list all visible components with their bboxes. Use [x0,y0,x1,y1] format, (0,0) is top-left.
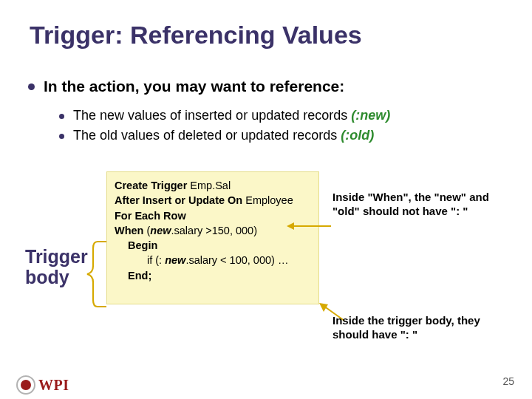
page-number: 25 [502,375,514,387]
bullet-text: In the action, you may want to reference… [44,78,344,95]
code-keyword: When [115,225,143,236]
emphasis-old: (:old) [341,128,374,143]
code-keyword: Begin [128,239,157,251]
code-em-new: new [165,254,185,266]
code-line: Create Trigger Emp.Sal [115,178,311,193]
code-line: For Each Row [115,208,311,223]
bullet-text: The new values of inserted or updated re… [73,108,390,123]
code-line: After Insert or Update On Employee [115,193,311,208]
side-label-trigger-body: Trigger body [25,247,88,287]
code-box: Create Trigger Emp.Sal After Insert or U… [106,171,319,304]
bullet-text: The old values of deleted or updated rec… [73,128,374,143]
code-keyword: Create Trigger [115,180,187,191]
side-label-line1: Trigger [25,247,88,267]
slide: Trigger: Referencing Values In the actio… [0,0,532,399]
bullet-level1: In the action, you may want to reference… [28,78,344,95]
bullet-dot-icon [59,134,64,139]
bullet-level2: The old values of deleted or updated rec… [59,128,390,143]
code-line: Begin [115,238,311,253]
note-trigger-body: Inside the trigger body, they should hav… [332,314,510,342]
code-text: if (: [147,254,165,266]
bullet-level2: The new values of inserted or updated re… [59,108,390,123]
code-keyword: After Insert or Update On [115,194,242,206]
logo-text: WPI [38,377,69,394]
logo-seal-icon [16,375,35,395]
side-label-line2: body [25,267,88,288]
bullet-dot-icon [28,83,35,90]
bracket-icon [84,239,109,309]
note-when-clause: Inside "When", the "new" and "old" shoul… [332,191,510,219]
code-text: Emp.Sal [187,180,231,191]
svg-marker-1 [287,222,294,230]
code-line: if (: new.salary < 100, 000) … [115,253,311,267]
emphasis-new: (:new) [351,108,390,123]
sub-bullet-list: The new values of inserted or updated re… [59,103,390,143]
code-keyword: End; [128,270,151,282]
bullet-dot-icon [59,114,64,119]
code-text: Employee [242,194,293,206]
code-line: When (new.salary >150, 000) [115,223,311,238]
code-text: .salary >150, 000) [171,225,257,236]
bullet-plain: The old values of deleted or updated rec… [73,128,341,143]
bullet-plain: The new values of inserted or updated re… [73,108,351,123]
code-em-new: new [150,225,171,236]
logo: WPI [16,375,69,395]
slide-title: Trigger: Referencing Values [30,21,362,50]
code-text: ( [143,225,150,236]
code-line: End; [115,268,311,283]
arrow-icon [287,222,332,231]
code-keyword: For Each Row [115,210,186,222]
code-text: .salary < 100, 000) … [185,254,288,266]
